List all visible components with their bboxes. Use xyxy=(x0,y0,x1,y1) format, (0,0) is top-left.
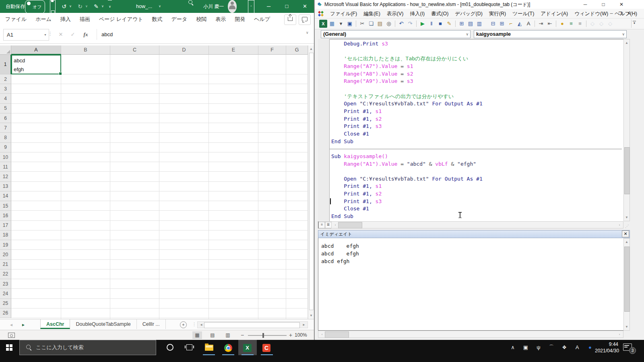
quick-info-icon[interactable]: ⌐ xyxy=(507,20,515,28)
scroll-left-icon[interactable]: ‹ xyxy=(319,333,325,336)
immediate-close-icon[interactable]: ✕ xyxy=(622,230,629,237)
list-properties-icon[interactable]: ⊟ xyxy=(489,20,497,28)
column-header-G[interactable]: G xyxy=(286,45,308,55)
bookmark-prev-icon[interactable]: ◇ xyxy=(606,20,614,28)
zoom-level[interactable]: 100% xyxy=(295,331,307,340)
page-layout-view-icon[interactable]: ▤ xyxy=(208,331,217,339)
insert-userform-icon[interactable]: ▦ xyxy=(328,20,336,28)
excel-horizontal-scrollbar[interactable]: ◄ ► xyxy=(197,321,308,328)
excel-vertical-scrollbar[interactable]: ▲ ▼ xyxy=(308,45,314,319)
select-all-corner[interactable] xyxy=(0,45,11,55)
menu-item-9[interactable]: ウィンドウ(W) xyxy=(571,9,611,19)
start-button[interactable] xyxy=(0,340,19,355)
row-header-13[interactable]: 13 xyxy=(0,182,11,191)
row-header-20[interactable]: 20 xyxy=(0,250,11,259)
code-margin-bar[interactable] xyxy=(318,39,330,221)
comment-block-icon[interactable]: ≡ xyxy=(567,20,575,28)
mdi-close-icon[interactable]: ✕ xyxy=(625,10,633,17)
row-header-25[interactable]: 25 xyxy=(0,299,11,309)
dropbox-icon[interactable]: ❖ xyxy=(558,340,571,355)
file-explorer-button[interactable] xyxy=(200,340,218,355)
bookmark-next-icon[interactable]: ◇ xyxy=(597,20,605,28)
ribbon-tab-2[interactable]: 挿入 xyxy=(56,13,75,26)
column-header-F[interactable]: F xyxy=(258,45,286,55)
save-icon[interactable] xyxy=(50,0,56,14)
fill-handle[interactable] xyxy=(59,72,62,75)
scroll-left-icon[interactable]: ◄ xyxy=(198,323,204,327)
code-vertical-scrollbar[interactable]: ▲ ▼ xyxy=(623,39,630,221)
microphone-icon[interactable]: ψ xyxy=(532,340,545,355)
menu-item-6[interactable]: 実行(R) xyxy=(486,9,509,19)
scroll-thumb[interactable] xyxy=(338,222,362,228)
ime-mode-icon[interactable]: A xyxy=(571,340,584,355)
row-header-22[interactable]: 22 xyxy=(0,269,11,279)
menu-item-8[interactable]: アドイン(A) xyxy=(537,9,571,19)
dropdown-icon[interactable]: ▾ xyxy=(337,20,345,28)
immediate-window-titlebar[interactable]: イミディエイト xyxy=(318,230,630,238)
cortana-button[interactable] xyxy=(161,340,180,355)
autosave-toggle[interactable]: オフ xyxy=(25,0,45,14)
row-header-12[interactable]: 12 xyxy=(0,172,11,181)
immediate-horizontal-scrollbar[interactable]: ‹ › xyxy=(318,331,623,338)
row-header-3[interactable]: 3 xyxy=(0,84,11,94)
row-header-24[interactable]: 24 xyxy=(0,289,11,298)
procedure-dropdown[interactable]: kaigyosample∨ xyxy=(474,30,627,38)
code-horizontal-scrollbar[interactable]: ‹ › xyxy=(331,221,623,228)
ribbon-tab-1[interactable]: ホーム xyxy=(31,13,56,26)
row-header-19[interactable]: 19 xyxy=(0,240,11,250)
undo-dropdown-icon[interactable]: ∨ xyxy=(68,0,72,13)
bookmark-toggle-icon[interactable]: ◇ xyxy=(588,20,597,28)
column-header-B[interactable]: B xyxy=(61,45,110,55)
vba-close-button[interactable]: ✕ xyxy=(615,0,628,9)
immediate-vertical-scrollbar[interactable]: ▲ ▼ xyxy=(623,238,630,331)
scroll-right-icon[interactable]: › xyxy=(617,333,622,336)
screen-record-icon[interactable]: ▣ xyxy=(519,340,532,355)
row-header-8[interactable]: 8 xyxy=(0,133,11,142)
immediate-window[interactable] xyxy=(318,238,630,331)
complete-word-icon[interactable]: A xyxy=(524,20,533,28)
toggle-breakpoint-icon[interactable]: ● xyxy=(558,20,566,28)
indent-icon[interactable]: ⇥ xyxy=(537,20,545,28)
scroll-thumb[interactable] xyxy=(204,322,300,328)
code-editor[interactable]: Debug.Print s3 'セルに出力したときは、Tabの存在は分かりにくい… xyxy=(331,40,621,220)
selected-cell-a1[interactable]: abcdefgh xyxy=(11,55,61,74)
ribbon-tab-6[interactable]: データ xyxy=(167,13,192,26)
formula-bar-expand-icon[interactable]: ∨ xyxy=(306,31,309,35)
undo-icon[interactable]: ↺ xyxy=(60,0,68,13)
sheet-tab-0[interactable]: AscChr xyxy=(40,319,70,329)
vba-maximize-button[interactable]: □ xyxy=(597,0,610,9)
mdi-restore-icon[interactable]: ❐ xyxy=(617,10,624,17)
row-header-5[interactable]: 5 xyxy=(0,104,11,113)
row-header-17[interactable]: 17 xyxy=(0,221,11,230)
maximize-button[interactable]: □ xyxy=(278,0,296,13)
menu-item-4[interactable]: 書式(O) xyxy=(428,9,452,19)
pen-dropdown-icon[interactable]: ∨ xyxy=(101,0,105,13)
close-button[interactable]: ✕ xyxy=(296,0,314,13)
ribbon-tab-9[interactable]: 開発 xyxy=(230,13,250,26)
chrome-button[interactable] xyxy=(219,340,237,355)
redo-dropdown-icon[interactable]: ∨ xyxy=(85,0,89,13)
scroll-thumb[interactable] xyxy=(624,147,630,194)
cut-icon[interactable]: ✂ xyxy=(358,20,366,28)
resize-grip[interactable] xyxy=(623,221,630,228)
sheet-tab-2[interactable]: CellIr ... xyxy=(137,319,166,329)
row-header-26[interactable]: 26 xyxy=(0,309,11,318)
column-header-A[interactable]: A xyxy=(11,45,61,55)
row-header-6[interactable]: 6 xyxy=(0,113,11,123)
row-header-18[interactable]: 18 xyxy=(0,230,11,240)
excel-taskbar-button[interactable]: X xyxy=(238,340,257,355)
vba-minimize-button[interactable]: ─ xyxy=(578,0,592,9)
user-name[interactable]: 小川 慶一 xyxy=(203,0,224,13)
save-icon[interactable]: ▣ xyxy=(346,20,354,28)
parameter-info-icon[interactable]: ◭ xyxy=(516,20,524,28)
scroll-thumb[interactable] xyxy=(624,247,630,312)
mdi-minimize-icon[interactable]: ─ xyxy=(608,10,615,17)
menu-item-1[interactable]: 編集(E) xyxy=(360,9,384,19)
list-constants-icon[interactable]: ⊞ xyxy=(498,20,506,28)
zoom-slider-thumb[interactable] xyxy=(262,333,264,338)
row-header-11[interactable]: 11 xyxy=(0,162,11,172)
row-header-1[interactable]: 1 xyxy=(0,55,11,74)
macro-recording-icon[interactable] xyxy=(8,333,15,338)
row-header-9[interactable]: 9 xyxy=(0,143,11,152)
formula-input[interactable]: abcd xyxy=(101,29,113,40)
